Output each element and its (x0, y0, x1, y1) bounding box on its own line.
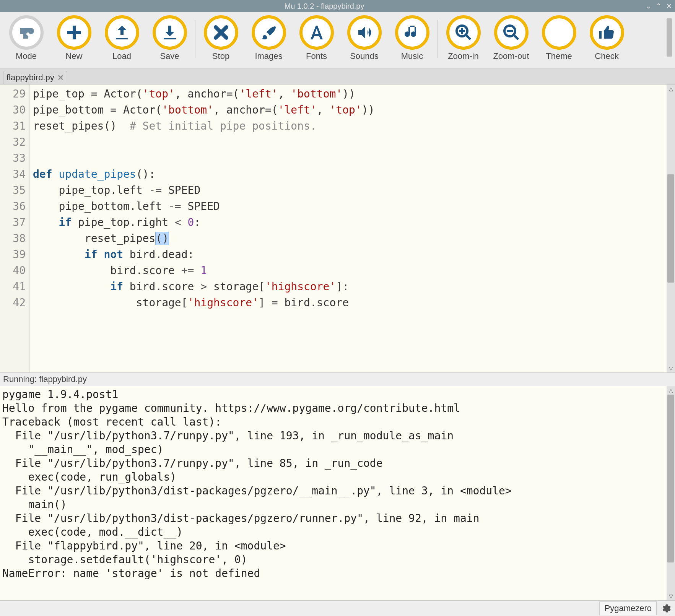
console-output[interactable]: pygame 1.9.4.post1Hello from the pygame … (0, 386, 667, 600)
line-number: 41 (3, 279, 26, 295)
code-line[interactable]: if not bird.dead: (33, 247, 664, 263)
new-button[interactable]: New (50, 15, 98, 61)
gear-icon[interactable] (659, 601, 673, 615)
thumb-up-icon (590, 15, 624, 50)
brush-icon (252, 15, 286, 50)
line-number: 38 (3, 231, 26, 247)
tab-label: flappybird.py (7, 73, 54, 83)
console-line: "__main__", mod_spec) (2, 443, 664, 457)
sounds-button[interactable]: Sounds (340, 15, 388, 61)
code-line[interactable]: reset_pipes() (33, 231, 664, 247)
code-area[interactable]: pipe_top = Actor('top', anchor=('left', … (30, 85, 667, 372)
minimize-icon[interactable]: ⌄ (646, 2, 651, 10)
images-button[interactable]: Images (245, 15, 293, 61)
console-scrollbar[interactable]: △ ▽ (667, 386, 675, 600)
toolbar-separator (195, 20, 195, 58)
line-number: 34 (3, 166, 26, 182)
console-line: File "/usr/lib/python3.7/runpy.py", line… (2, 429, 664, 443)
console-line: main() (2, 498, 664, 512)
plus-icon (57, 15, 91, 50)
tab-close-icon[interactable]: ✕ (57, 73, 64, 82)
zoom-out-icon (494, 15, 529, 50)
upload-icon (105, 15, 139, 50)
maximize-icon[interactable]: ⌃ (656, 2, 662, 10)
font-a-icon (299, 15, 334, 50)
scroll-up-icon[interactable]: △ (667, 386, 675, 395)
tab-flappybird[interactable]: flappybird.py ✕ (3, 71, 67, 84)
scroll-down-icon[interactable]: ▽ (667, 364, 675, 372)
svg-point-0 (26, 33, 29, 36)
load-button[interactable]: Load (98, 15, 146, 61)
console-line: NameError: name 'storage' is not defined (2, 567, 664, 580)
console-line: pygame 1.9.4.post1 (2, 388, 664, 401)
code-line[interactable]: pipe_bottom = Actor('bottom', anchor=('l… (33, 102, 664, 118)
console-line: Traceback (most recent call last): (2, 415, 664, 429)
line-number: 29 (3, 86, 26, 102)
toolbar-label: Fonts (306, 51, 327, 61)
tabbar: flappybird.py ✕ (0, 68, 675, 85)
fonts-button[interactable]: Fonts (293, 15, 340, 61)
scroll-thumb[interactable] (667, 395, 674, 562)
code-line[interactable] (33, 134, 664, 150)
toolbar-separator (438, 20, 438, 58)
app-window: Mu 1.0.2 - flappybird.py ⌄ ⌃ ✕ ModeNewLo… (0, 0, 675, 616)
code-line[interactable]: if pipe_top.right < 0: (33, 215, 664, 231)
line-number: 39 (3, 247, 26, 263)
toolbar-label: Check (595, 51, 618, 61)
cross-icon (204, 15, 238, 50)
code-line[interactable]: def update_pipes(): (33, 166, 664, 182)
toolbar-label: Images (255, 51, 282, 61)
window-controls: ⌄ ⌃ ✕ (646, 2, 672, 10)
download-icon (153, 15, 187, 50)
code-line[interactable]: storage['highscore'] = bird.score (33, 295, 664, 311)
console-panel: pygame 1.9.4.post1Hello from the pygame … (0, 386, 675, 600)
code-line[interactable]: pipe_top.left -= SPEED (33, 182, 664, 198)
code-line[interactable]: pipe_top = Actor('top', anchor=('left', … (33, 86, 664, 102)
save-button[interactable]: Save (146, 15, 194, 61)
zoom-out-button[interactable]: Zoom-out (487, 15, 535, 61)
mode-button[interactable]: Mode (2, 15, 50, 61)
code-line[interactable]: if bird.score > storage['highscore']: (33, 279, 664, 295)
moon-icon (542, 15, 576, 50)
close-icon[interactable]: ✕ (666, 2, 672, 10)
console-line: File "flappybird.py", line 20, in <modul… (2, 539, 664, 553)
code-line[interactable]: pipe_bottom.left -= SPEED (33, 198, 664, 215)
zoom-in-icon (446, 15, 481, 50)
titlebar: Mu 1.0.2 - flappybird.py ⌄ ⌃ ✕ (0, 0, 675, 12)
toolbar-label: Zoom-in (448, 51, 479, 61)
toolbar-label: Music (401, 51, 423, 61)
scroll-up-icon[interactable]: △ (667, 85, 675, 93)
scroll-down-icon[interactable]: ▽ (667, 592, 675, 600)
console-line: File "/usr/lib/python3.7/runpy.py", line… (2, 457, 664, 470)
music-button[interactable]: Music (388, 15, 436, 61)
zoom-in-button[interactable]: Zoom-in (439, 15, 487, 61)
line-number: 32 (3, 134, 26, 150)
line-number: 33 (3, 150, 26, 166)
code-line[interactable]: reset_pipes() # Set initial pipe positio… (33, 118, 664, 134)
running-status: Running: flappybird.py (0, 372, 675, 386)
speaker-icon (347, 15, 382, 50)
toolbar: ModeNewLoadSaveStopImagesFontsSoundsMusi… (0, 12, 675, 68)
mode-indicator[interactable]: Pygamezero (599, 601, 657, 615)
check-button[interactable]: Check (583, 15, 631, 61)
console-line: File "/usr/lib/python3/dist-packages/pgz… (2, 512, 664, 525)
theme-button[interactable]: Theme (535, 15, 583, 61)
toolbar-grip[interactable] (667, 18, 672, 57)
code-editor[interactable]: 2930313233343536373839404142 pipe_top = … (0, 85, 675, 372)
console-line: storage.setdefault('highscore', 0) (2, 553, 664, 567)
editor-scrollbar[interactable]: △ ▽ (667, 85, 675, 372)
code-line[interactable]: bird.score += 1 (33, 263, 664, 279)
cog-blob-icon (9, 15, 44, 50)
console-line: File "/usr/lib/python3/dist-packages/pgz… (2, 484, 664, 498)
line-gutter: 2930313233343536373839404142 (0, 85, 30, 372)
toolbar-label: Mode (16, 51, 37, 61)
line-number: 35 (3, 182, 26, 198)
toolbar-label: Stop (212, 51, 229, 61)
code-line[interactable] (33, 150, 664, 166)
line-number: 36 (3, 198, 26, 215)
stop-button[interactable]: Stop (197, 15, 245, 61)
toolbar-label: Theme (546, 51, 572, 61)
line-number: 40 (3, 263, 26, 279)
scroll-thumb[interactable] (667, 174, 674, 283)
line-number: 37 (3, 215, 26, 231)
